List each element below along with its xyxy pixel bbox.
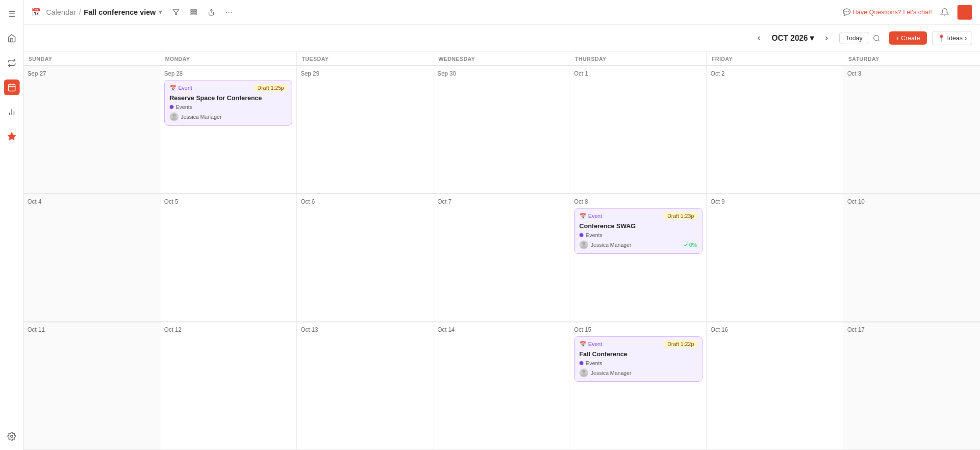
week-row-1: Oct 4Oct 5Oct 6Oct 7Oct 8📅EventDraft 1:2… xyxy=(24,194,980,322)
event-tag: Events xyxy=(579,360,697,366)
topbar-right: 💬 Have Questions? Let's chat! xyxy=(843,5,972,20)
day-number: Sep 29 xyxy=(301,70,429,77)
tag-dot xyxy=(170,105,174,109)
topbar-actions: ⋯ xyxy=(169,5,236,19)
day-cell-sep30[interactable]: Sep 30 xyxy=(433,66,570,194)
day-cell-oct7[interactable]: Oct 7 xyxy=(433,194,570,322)
header-thursday: THURSDAY xyxy=(570,52,707,65)
event-type-badge: 📅Event xyxy=(579,213,602,219)
day-number: Oct 6 xyxy=(301,198,429,205)
assignee-avatar xyxy=(579,369,588,377)
header-friday: FRIDAY xyxy=(707,52,844,65)
event-card[interactable]: 📅EventDraft 1:23pConference SWAGEvents J… xyxy=(574,208,703,254)
notifications-button[interactable] xyxy=(938,5,952,19)
tag-dot xyxy=(579,233,583,237)
event-type-badge: 📅Event xyxy=(170,85,192,91)
prev-month-button[interactable] xyxy=(752,31,766,45)
ideas-arrow: › xyxy=(965,34,967,42)
event-card[interactable]: 📅EventDraft 1:22pFall ConferenceEvents J… xyxy=(574,336,703,382)
svg-point-18 xyxy=(582,370,585,373)
calendar-icon[interactable] xyxy=(4,79,20,95)
draft-badge: Draft 1:22p xyxy=(664,341,697,347)
day-cell-oct5[interactable]: Oct 5 xyxy=(160,194,297,322)
day-cell-oct10[interactable]: Oct 10+ xyxy=(843,194,980,322)
day-number: Oct 17+ xyxy=(847,326,976,333)
day-cell-oct13[interactable]: Oct 13 xyxy=(297,322,433,450)
assignee-avatar xyxy=(170,112,178,121)
day-number: Oct 15 xyxy=(574,326,703,333)
day-cell-oct1[interactable]: Oct 1 xyxy=(570,66,707,194)
star-icon[interactable] xyxy=(4,129,20,144)
day-number: Oct 7 xyxy=(437,198,566,205)
day-cell-oct2[interactable]: Oct 2 xyxy=(707,66,844,194)
week-row-2: Oct 11Oct 12Oct 13Oct 14Oct 15📅EventDraf… xyxy=(24,322,980,450)
shuffle-icon[interactable] xyxy=(4,55,20,71)
group-button[interactable] xyxy=(187,5,201,19)
day-cell-oct6[interactable]: Oct 6 xyxy=(297,194,433,322)
event-title: Fall Conference xyxy=(579,350,697,358)
day-cell-oct9[interactable]: Oct 9 xyxy=(707,194,844,322)
event-title: Reserve Space for Conference xyxy=(170,94,287,102)
breadcrumb-app[interactable]: Calendar xyxy=(46,8,76,16)
dropdown-chevron[interactable]: ▾ xyxy=(159,8,162,16)
day-cell-oct15[interactable]: Oct 15📅EventDraft 1:22pFall ConferenceEv… xyxy=(570,322,707,450)
breadcrumb-title: Calendar / Fall conference view ▾ xyxy=(46,8,162,16)
breadcrumb-separator: / xyxy=(79,8,81,16)
create-button[interactable]: + Create xyxy=(889,31,927,45)
month-dropdown-icon: ▾ xyxy=(810,33,814,43)
next-month-button[interactable] xyxy=(820,31,833,45)
svg-marker-7 xyxy=(8,133,15,140)
event-tag: Events xyxy=(170,104,287,110)
day-cell-sep27[interactable]: Sep 27 xyxy=(24,66,160,194)
event-assignee: Jessica Manager 0% xyxy=(579,240,697,249)
day-cell-oct14[interactable]: Oct 14 xyxy=(433,322,570,450)
day-number: Oct 14 xyxy=(437,326,566,333)
day-cell-sep29[interactable]: Sep 29 xyxy=(297,66,433,194)
day-cell-oct17[interactable]: Oct 17+ xyxy=(843,322,980,450)
pin-icon: 📍 xyxy=(937,34,945,42)
day-cell-oct4[interactable]: Oct 4 xyxy=(24,194,160,322)
filter-button[interactable] xyxy=(169,5,183,19)
menu-icon[interactable]: ☰ xyxy=(4,6,20,22)
header-wednesday: WEDNESDAY xyxy=(433,52,570,65)
day-cell-oct3[interactable]: Oct 3+ xyxy=(843,66,980,194)
user-avatar[interactable] xyxy=(957,5,972,20)
day-cell-oct11[interactable]: Oct 11 xyxy=(24,322,160,450)
event-tag: Events xyxy=(579,232,697,238)
svg-point-17 xyxy=(582,242,585,245)
settings-icon[interactable] xyxy=(4,428,20,444)
view-name: Fall conference view xyxy=(84,8,156,16)
day-headers: SUNDAY MONDAY TUESDAY WEDNESDAY THURSDAY… xyxy=(24,52,980,66)
today-button[interactable]: Today xyxy=(839,32,869,44)
current-month[interactable]: OCT 2026 ▾ xyxy=(772,33,814,43)
day-cell-oct8[interactable]: Oct 8📅EventDraft 1:23pConference SWAGEve… xyxy=(570,194,707,322)
svg-rect-0 xyxy=(8,84,15,91)
day-number: Oct 10+ xyxy=(847,198,976,205)
day-number: Oct 3+ xyxy=(847,70,976,77)
header-sunday: SUNDAY xyxy=(24,52,160,65)
chat-bubble-icon: 💬 xyxy=(843,8,851,16)
day-cell-sep28[interactable]: Sep 28📅EventDraft 1:25pReserve Space for… xyxy=(160,66,297,194)
chart-icon[interactable] xyxy=(4,104,20,120)
header-monday: MONDAY xyxy=(160,52,297,65)
draft-badge: Draft 1:23p xyxy=(664,212,697,219)
svg-rect-10 xyxy=(191,9,197,10)
day-number: Oct 16 xyxy=(711,326,839,333)
header-saturday: SATURDAY xyxy=(843,52,980,65)
home-icon[interactable] xyxy=(4,30,20,46)
day-cell-oct16[interactable]: Oct 16 xyxy=(707,322,844,450)
calendar-nav-bar: OCT 2026 ▾ Today + Create 📍 Ideas › xyxy=(24,25,980,52)
search-button[interactable] xyxy=(869,31,884,46)
event-type-badge: 📅Event xyxy=(579,341,602,347)
create-label: + Create xyxy=(896,34,920,42)
more-button[interactable]: ⋯ xyxy=(222,5,236,19)
ideas-button[interactable]: 📍 Ideas › xyxy=(932,31,972,45)
calendar-mini-icon: 📅 xyxy=(579,341,586,347)
day-cell-oct12[interactable]: Oct 12 xyxy=(160,322,297,450)
svg-rect-11 xyxy=(191,11,197,12)
share-button[interactable] xyxy=(204,5,218,19)
chat-link[interactable]: 💬 Have Questions? Let's chat! xyxy=(843,8,932,16)
day-number: Oct 8 xyxy=(574,198,703,205)
svg-line-15 xyxy=(878,40,879,41)
event-card[interactable]: 📅EventDraft 1:25pReserve Space for Confe… xyxy=(164,80,293,126)
